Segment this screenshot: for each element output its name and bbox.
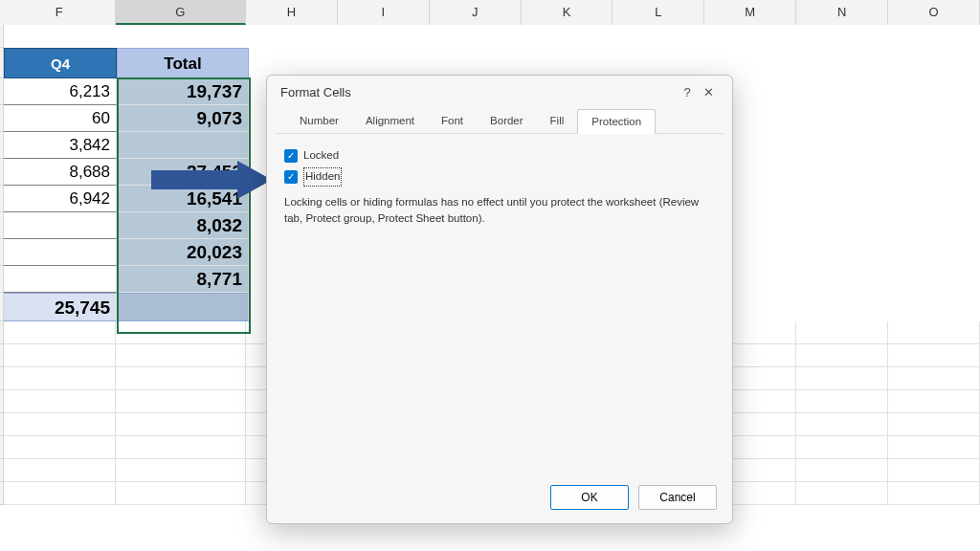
cell[interactable] <box>4 482 116 505</box>
cell[interactable] <box>4 459 116 482</box>
cell-f[interactable]: 6,213 <box>4 78 117 105</box>
cell[interactable] <box>116 413 246 436</box>
cell-f-total[interactable]: 25,745 <box>4 293 117 321</box>
header-cell-total[interactable]: Total <box>117 48 249 78</box>
cancel-button[interactable]: Cancel <box>638 485 717 510</box>
cell-f[interactable]: 60 <box>4 105 117 132</box>
cell-g[interactable]: 20,023 <box>117 239 249 266</box>
tab-fill[interactable]: Fill <box>537 109 578 133</box>
cell-g-total[interactable] <box>117 293 249 321</box>
cell[interactable] <box>116 482 246 505</box>
cell[interactable] <box>796 390 888 413</box>
cell[interactable] <box>888 459 980 482</box>
tab-number[interactable]: Number <box>286 109 352 133</box>
cell[interactable] <box>796 413 888 436</box>
column-headers-row: F G H I J K L M N O <box>0 0 980 25</box>
cell[interactable] <box>4 321 116 344</box>
cell[interactable] <box>796 436 888 459</box>
cell-g[interactable]: 16,541 <box>117 186 249 212</box>
locked-checkbox[interactable]: ✓ <box>284 149 298 163</box>
format-cells-dialog: Format Cells ? ✕ Number Alignment Font B… <box>266 75 733 524</box>
cell[interactable] <box>888 413 980 436</box>
dialog-tabs: Number Alignment Font Border Fill Protec… <box>275 109 724 134</box>
dialog-title-text: Format Cells <box>280 85 351 99</box>
col-header-F[interactable]: F <box>4 0 116 25</box>
ok-button[interactable]: OK <box>550 485 629 510</box>
cell[interactable] <box>4 390 116 413</box>
hidden-checkbox[interactable]: ✓ <box>284 170 298 184</box>
tab-protection[interactable]: Protection <box>577 109 656 134</box>
cell[interactable] <box>796 482 888 505</box>
cell[interactable] <box>796 321 888 344</box>
col-header-K[interactable]: K <box>522 0 613 25</box>
tab-alignment[interactable]: Alignment <box>352 109 428 133</box>
cell[interactable] <box>4 344 116 367</box>
cell[interactable] <box>888 482 980 505</box>
col-header-M[interactable]: M <box>704 0 796 25</box>
help-button[interactable]: ? <box>677 85 698 99</box>
col-header-H[interactable]: H <box>246 0 338 25</box>
cell[interactable] <box>116 390 246 413</box>
cell-g[interactable]: 19,737 <box>117 78 249 105</box>
tab-border[interactable]: Border <box>477 109 537 133</box>
cell[interactable] <box>888 321 980 344</box>
cell-g[interactable]: 9,073 <box>117 105 249 132</box>
cell[interactable] <box>4 436 116 459</box>
cell-f[interactable] <box>4 212 117 239</box>
col-header-N[interactable]: N <box>796 0 888 25</box>
cell[interactable] <box>888 436 980 459</box>
cell[interactable] <box>796 367 888 390</box>
dialog-titlebar[interactable]: Format Cells ? ✕ <box>267 76 732 109</box>
cell[interactable] <box>888 367 980 390</box>
header-cell-q4[interactable]: Q4 <box>4 48 117 78</box>
cell-g[interactable]: 27,453 <box>117 159 249 186</box>
cell[interactable] <box>4 413 116 436</box>
cell[interactable] <box>4 367 116 390</box>
cell-f[interactable]: 8,688 <box>4 159 117 186</box>
cell-f[interactable] <box>4 266 117 293</box>
cell-f[interactable]: 3,842 <box>4 132 117 159</box>
protection-info-text: Locking cells or hiding formulas has no … <box>284 194 705 228</box>
cell-g[interactable] <box>117 132 249 159</box>
col-header-J[interactable]: J <box>430 0 522 25</box>
tab-font[interactable]: Font <box>428 109 477 133</box>
cell[interactable] <box>116 367 246 390</box>
cell[interactable] <box>888 344 980 367</box>
col-header-I[interactable]: I <box>338 0 430 25</box>
col-header-O[interactable]: O <box>888 0 980 25</box>
protection-panel: ✓ Locked ✓ Hidden Locking cells or hidin… <box>267 134 732 240</box>
cell-g[interactable]: 8,771 <box>117 266 249 293</box>
cell[interactable] <box>796 344 888 367</box>
col-header-L[interactable]: L <box>612 0 704 25</box>
col-header-G[interactable]: G <box>116 0 246 25</box>
cell[interactable] <box>116 344 246 367</box>
cell-g[interactable]: 8,032 <box>117 212 249 239</box>
close-icon[interactable]: ✕ <box>698 85 719 99</box>
cell[interactable] <box>249 25 342 48</box>
locked-label: Locked <box>303 147 339 164</box>
cell[interactable] <box>116 321 246 344</box>
cell[interactable] <box>117 25 249 48</box>
cell[interactable] <box>4 25 117 48</box>
cell[interactable] <box>116 459 246 482</box>
cell[interactable] <box>888 390 980 413</box>
cell[interactable] <box>116 436 246 459</box>
cell[interactable] <box>796 459 888 482</box>
hidden-label: Hidden <box>303 167 342 186</box>
cell-f[interactable]: 6,942 <box>4 186 117 212</box>
cell-f[interactable] <box>4 239 117 266</box>
